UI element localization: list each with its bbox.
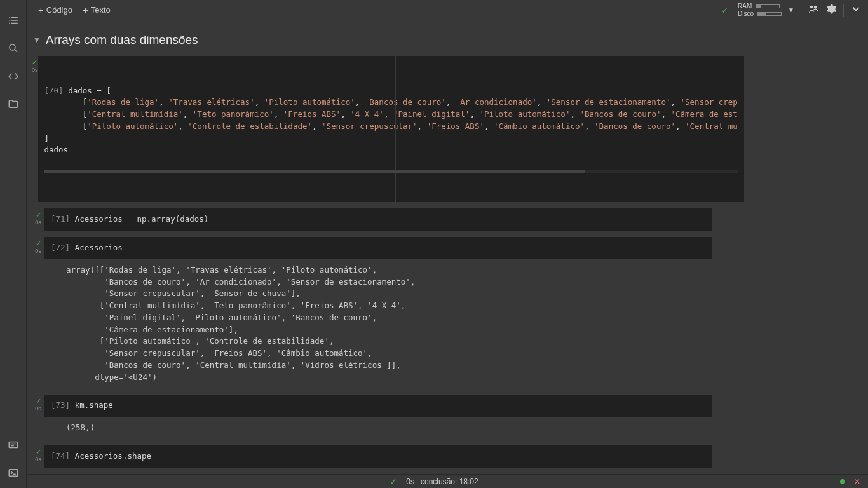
- status-check-icon: ✓: [390, 477, 397, 487]
- exec-time: 0s: [32, 67, 38, 73]
- exec-number: [71]: [51, 214, 70, 224]
- exec-time: 0s: [35, 405, 41, 412]
- code-cell[interactable]: ✓ 0s [72] Acessorios array([['Rodas de l…: [32, 237, 712, 388]
- disk-bar: [757, 12, 782, 16]
- executed-check-icon: ✓: [36, 448, 41, 456]
- code-cell[interactable]: ✓ 0s [70] dados = [ ['Rodas de liga', 'T…: [32, 56, 712, 202]
- snippets-icon[interactable]: [7, 70, 20, 83]
- cell-gutter: ✓ 0s: [32, 395, 44, 439]
- status-completion: conclusão: 18:02: [421, 477, 478, 486]
- svg-point-4: [814, 6, 817, 9]
- exec-number: [74]: [51, 451, 70, 461]
- plus-icon: +: [83, 4, 88, 15]
- files-icon[interactable]: [7, 98, 20, 111]
- exec-time: 0s: [35, 248, 41, 254]
- divider: [801, 4, 801, 17]
- svg-rect-2: [9, 470, 18, 477]
- resource-monitor[interactable]: RAM Disco: [738, 3, 782, 18]
- add-code-button[interactable]: + Código: [33, 2, 78, 18]
- share-icon[interactable]: [808, 3, 819, 17]
- code-input[interactable]: [74] Acessorios.shape: [44, 445, 712, 468]
- toc-icon[interactable]: [7, 14, 20, 27]
- svg-rect-1: [9, 442, 18, 448]
- code-input[interactable]: [70] dados = [ ['Rodas de liga', 'Travas…: [38, 56, 744, 202]
- divider: [843, 4, 844, 17]
- svg-point-0: [10, 44, 15, 50]
- executed-check-icon: ✓: [32, 58, 37, 67]
- status-duration: 0s: [406, 477, 414, 486]
- executed-check-icon: ✓: [36, 397, 41, 405]
- executed-check-icon: ✓: [36, 240, 41, 248]
- add-code-label: Código: [46, 5, 72, 15]
- main-area: + Código + Texto ✓ RAM Disco ▼: [27, 0, 868, 488]
- cell-gutter: ✓ 0s: [32, 208, 44, 231]
- collapse-icon[interactable]: [850, 3, 862, 17]
- resources-dropdown-icon[interactable]: ▼: [788, 6, 794, 13]
- cell-output: array([['Rodas de liga', 'Travas elétric…: [44, 259, 712, 389]
- ram-label: RAM: [738, 3, 752, 10]
- code-input[interactable]: [71] Acessorios = np.array(dados): [44, 208, 712, 231]
- cell-output: (3, 8): [44, 468, 712, 475]
- executed-check-icon: ✓: [36, 211, 41, 219]
- disk-label: Disco: [738, 10, 754, 18]
- horizontal-scrollbar[interactable]: [44, 170, 738, 173]
- code-cell[interactable]: ✓ 0s [74] Acessorios.shape (3, 8): [32, 445, 712, 474]
- cell-gutter: ✓ 0s: [32, 237, 44, 388]
- left-sidebar: [0, 0, 27, 488]
- code-input[interactable]: [72] Acessorios: [44, 237, 712, 259]
- kernel-status-dot: [840, 479, 845, 484]
- exec-number: [70]: [44, 86, 64, 95]
- cell-gutter: ✓ 0s: [32, 56, 38, 202]
- code-input[interactable]: [73] km.shape: [44, 395, 712, 417]
- exec-time: 0s: [35, 456, 41, 463]
- plus-icon: +: [38, 4, 44, 15]
- code-cell[interactable]: ✓ 0s [73] km.shape (258,): [32, 395, 712, 439]
- notebook-content[interactable]: ▼ Arrays com duas dimensões ✓ 0s [70] da…: [27, 20, 868, 474]
- svg-point-3: [810, 6, 813, 9]
- add-text-label: Texto: [91, 5, 111, 15]
- command-palette-icon[interactable]: [7, 438, 20, 451]
- ram-bar: [756, 4, 780, 8]
- exec-number: [72]: [51, 243, 70, 252]
- collapse-section-icon[interactable]: ▼: [33, 36, 41, 44]
- section-header: ▼ Arrays com duas dimensões: [32, 28, 864, 56]
- statusbar: ✓ 0s conclusão: 18:02 ✕: [27, 474, 868, 488]
- ruler: [395, 56, 396, 202]
- connected-check-icon: ✓: [721, 5, 729, 15]
- close-icon[interactable]: ✕: [854, 477, 860, 486]
- settings-icon[interactable]: [825, 3, 837, 17]
- add-text-button[interactable]: + Texto: [78, 2, 116, 18]
- exec-number: [73]: [51, 400, 70, 410]
- cell-output: (258,): [44, 417, 712, 439]
- code-cell[interactable]: ✓ 0s [71] Acessorios = np.array(dados): [32, 208, 712, 231]
- exec-time: 0s: [35, 219, 41, 226]
- toolbar: + Código + Texto ✓ RAM Disco ▼: [27, 0, 868, 20]
- terminal-icon[interactable]: [7, 466, 20, 479]
- cell-gutter: ✓ 0s: [32, 445, 44, 474]
- section-title: Arrays com duas dimensões: [46, 33, 198, 47]
- search-icon[interactable]: [7, 42, 20, 55]
